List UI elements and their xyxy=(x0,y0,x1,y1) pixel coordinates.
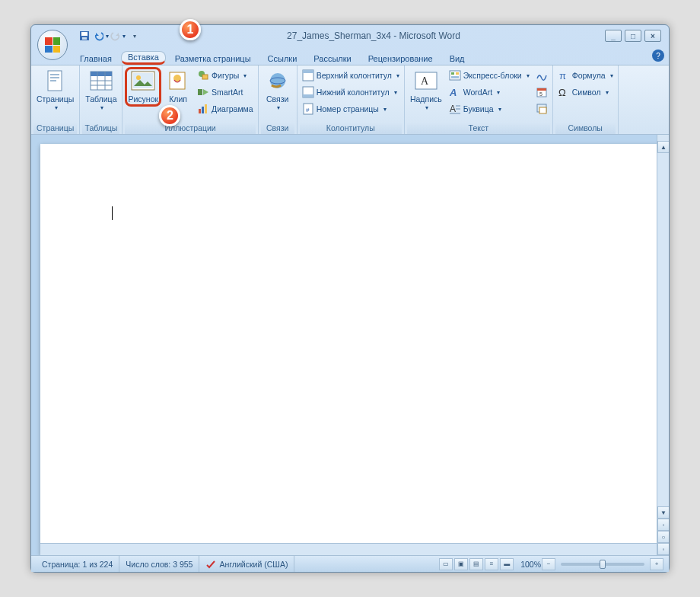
zoom-out-button[interactable]: − xyxy=(542,558,555,570)
next-page-button[interactable]: ◦ xyxy=(657,543,669,555)
browse-object-button[interactable]: ○ xyxy=(657,531,669,543)
redo-icon xyxy=(110,30,120,41)
header-icon xyxy=(302,69,314,81)
svg-rect-29 xyxy=(303,94,313,97)
group-text: A Надпись Экспресс-блоки A WordArt A Бук… xyxy=(405,65,553,134)
smartart-button[interactable]: SmartArt xyxy=(195,84,256,101)
maximize-button[interactable]: □ xyxy=(625,30,641,42)
tab-references[interactable]: Ссылки xyxy=(260,52,305,65)
group-header-footer: Верхний колонтитул Нижний колонтитул # Н… xyxy=(298,65,405,134)
text-cursor xyxy=(112,206,113,220)
qat-undo-button[interactable] xyxy=(94,28,109,43)
dropcap-icon: A xyxy=(449,103,461,115)
tab-review[interactable]: Рецензирование xyxy=(361,52,441,65)
svg-text:A: A xyxy=(449,87,457,98)
svg-rect-21 xyxy=(199,109,201,113)
quick-parts-button[interactable]: Экспресс-блоки xyxy=(447,67,532,84)
svg-rect-36 xyxy=(456,72,459,75)
view-outline-button[interactable]: ≡ xyxy=(485,558,498,570)
svg-point-15 xyxy=(136,75,141,80)
group-pages: Страницы Страницы xyxy=(31,65,80,134)
svg-rect-8 xyxy=(91,72,112,76)
document-page[interactable] xyxy=(40,144,660,555)
object-button[interactable] xyxy=(533,101,550,117)
scroll-up-button[interactable]: ▲ xyxy=(657,141,669,153)
view-web-button[interactable]: ▤ xyxy=(469,558,483,570)
svg-rect-20 xyxy=(198,89,202,95)
tab-mailings[interactable]: Рассылки xyxy=(306,52,358,65)
table-icon xyxy=(89,69,113,94)
svg-rect-23 xyxy=(205,104,207,113)
tab-insert[interactable]: Вставка xyxy=(121,51,166,65)
datetime-icon: 5 xyxy=(536,86,548,98)
svg-rect-4 xyxy=(50,74,59,75)
status-word-count[interactable]: Число слов: 3 955 xyxy=(119,556,199,572)
chart-icon xyxy=(197,103,209,115)
undo-icon xyxy=(94,30,103,41)
window-title: 27_James_Sherman_3x4 - Microsoft Word xyxy=(142,30,605,41)
office-logo-icon xyxy=(45,37,60,53)
links-button[interactable]: Связи xyxy=(261,67,294,113)
svg-rect-35 xyxy=(451,72,454,75)
object-icon xyxy=(536,103,548,115)
document-area: ▲ ▼ ◦ ○ ◦ xyxy=(31,135,669,555)
header-button[interactable]: Верхний колонтитул xyxy=(300,67,402,84)
page-number-button[interactable]: # Номер страницы xyxy=(300,101,402,117)
textbox-button[interactable]: A Надпись xyxy=(407,67,445,113)
zoom-level[interactable]: 100% xyxy=(520,560,541,569)
qat-redo-button[interactable] xyxy=(110,28,126,43)
qat-customize-button[interactable]: ▾ xyxy=(127,28,142,43)
tab-home[interactable]: Главная xyxy=(72,52,119,65)
insert-picture-button[interactable]: Рисунок xyxy=(125,67,161,107)
table-button[interactable]: Таблица xyxy=(82,67,119,113)
office-button[interactable] xyxy=(37,30,68,60)
signature-line-button[interactable] xyxy=(533,67,550,84)
svg-rect-37 xyxy=(451,76,459,78)
scroll-down-button[interactable]: ▼ xyxy=(657,506,669,519)
svg-rect-1 xyxy=(81,32,88,36)
date-time-button[interactable]: 5 xyxy=(533,84,550,101)
qat-save-button[interactable] xyxy=(77,28,92,43)
group-tables: Таблица Таблицы xyxy=(80,65,123,134)
pages-button[interactable]: Страницы xyxy=(33,67,77,113)
svg-text:5: 5 xyxy=(539,91,542,97)
textbox-icon: A xyxy=(414,69,438,94)
picture-icon xyxy=(131,69,155,94)
ribbon: Страницы Страницы Таблица Таблицы Рисуно… xyxy=(31,65,669,135)
svg-text:#: # xyxy=(306,107,310,113)
view-print-layout-button[interactable]: ▭ xyxy=(439,558,453,570)
status-bar: Страница: 1 из 224 Число слов: 3 955 Анг… xyxy=(31,555,669,572)
help-button[interactable]: ? xyxy=(652,49,664,62)
minimize-button[interactable]: _ xyxy=(605,30,622,42)
wordart-button[interactable]: A WordArt xyxy=(447,84,532,101)
prev-page-button[interactable]: ◦ xyxy=(657,519,669,531)
drop-cap-button[interactable]: A Буквица xyxy=(447,101,532,117)
view-full-screen-button[interactable]: ▣ xyxy=(454,558,468,570)
horizontal-scrollbar[interactable] xyxy=(40,543,657,555)
shapes-button[interactable]: Фигуры xyxy=(195,67,256,84)
tab-view[interactable]: Вид xyxy=(442,52,473,65)
footer-button[interactable]: Нижний колонтитул xyxy=(300,84,402,101)
tab-page-layout[interactable]: Разметка страницы xyxy=(167,52,259,65)
view-draft-button[interactable]: ▬ xyxy=(500,558,514,570)
status-page[interactable]: Страница: 1 из 224 xyxy=(36,556,119,572)
svg-rect-5 xyxy=(50,77,59,78)
symbol-button[interactable]: Ω Символ xyxy=(555,84,616,101)
svg-rect-27 xyxy=(303,70,313,73)
zoom-slider[interactable] xyxy=(561,563,644,566)
vertical-scrollbar[interactable]: ▲ ▼ ◦ ○ ◦ xyxy=(657,135,669,555)
signature-icon xyxy=(536,69,548,81)
clip-art-button[interactable]: Клип xyxy=(163,67,193,107)
zoom-in-button[interactable]: + xyxy=(650,558,663,570)
close-button[interactable]: × xyxy=(644,30,661,42)
smartart-icon xyxy=(197,86,209,98)
svg-text:A: A xyxy=(421,75,429,87)
svg-rect-44 xyxy=(537,88,546,91)
title-bar: ▾ 27_James_Sherman_3x4 - Microsoft Word … xyxy=(31,25,669,46)
equation-button[interactable]: π Формула xyxy=(555,67,616,84)
symbol-icon: Ω xyxy=(558,86,570,98)
clip-icon xyxy=(166,69,190,94)
status-language[interactable]: Английский (США) xyxy=(199,556,294,572)
chart-button[interactable]: Диаграмма xyxy=(195,101,256,117)
hyperlink-icon xyxy=(266,69,290,94)
